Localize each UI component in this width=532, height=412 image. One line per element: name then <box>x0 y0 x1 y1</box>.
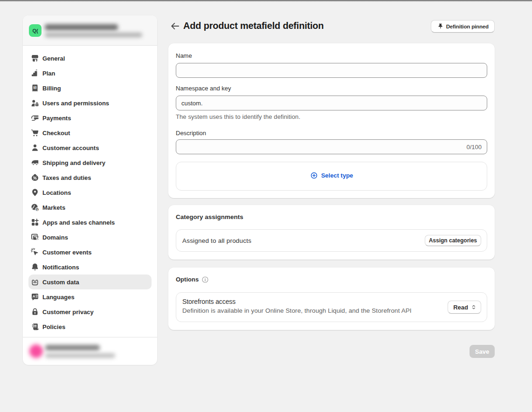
svg-text:$: $ <box>34 86 36 89</box>
